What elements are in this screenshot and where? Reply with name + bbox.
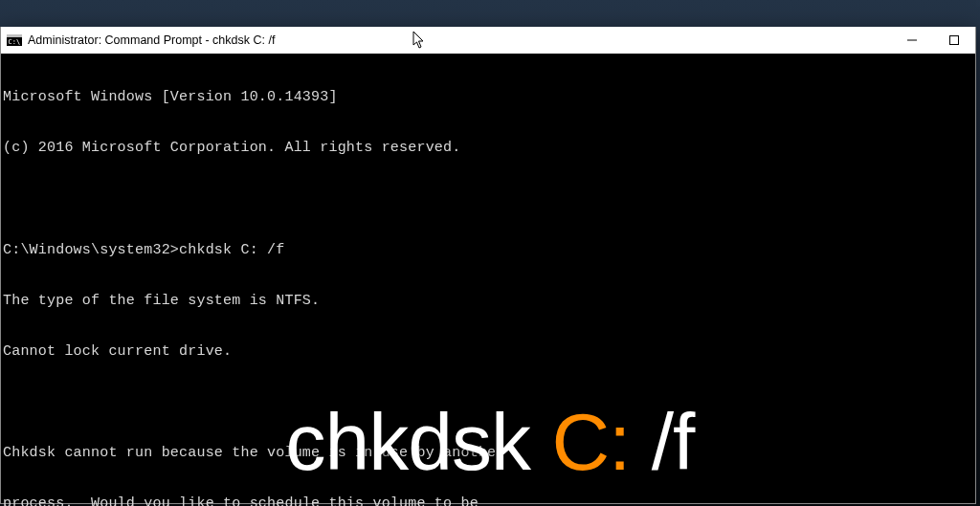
terminal-line: The type of the file system is NTFS.: [3, 293, 973, 310]
terminal-blank-line: [3, 394, 973, 411]
terminal-prompt-line: C:\Windows\system32>chkdsk C: /f: [3, 242, 973, 259]
terminal-blank-line: [3, 191, 973, 209]
svg-rect-3: [907, 40, 917, 41]
window-controls: [891, 27, 975, 54]
minimize-button[interactable]: [891, 27, 933, 54]
svg-text:C:\: C:\: [9, 38, 21, 46]
maximize-button[interactable]: [933, 27, 975, 54]
terminal-line: Chkdsk cannot run because the volume is …: [3, 445, 973, 462]
terminal-line: process. Would you like to schedule this…: [3, 495, 973, 506]
svg-rect-4: [950, 36, 959, 45]
terminal-line: Cannot lock current drive.: [3, 343, 973, 361]
cmd-icon: C:\: [7, 33, 22, 48]
terminal-output[interactable]: Microsoft Windows [Version 10.0.14393] (…: [1, 54, 975, 503]
terminal-line: Microsoft Windows [Version 10.0.14393]: [3, 89, 973, 106]
mouse-cursor-icon: [412, 31, 426, 50]
window-titlebar[interactable]: C:\ Administrator: Command Prompt - chkd…: [1, 27, 975, 54]
terminal-line: (c) 2016 Microsoft Corporation. All righ…: [3, 140, 973, 157]
svg-rect-1: [7, 34, 22, 37]
window-title: Administrator: Command Prompt - chkdsk C…: [28, 33, 275, 47]
command-prompt-window: C:\ Administrator: Command Prompt - chkd…: [0, 27, 976, 504]
